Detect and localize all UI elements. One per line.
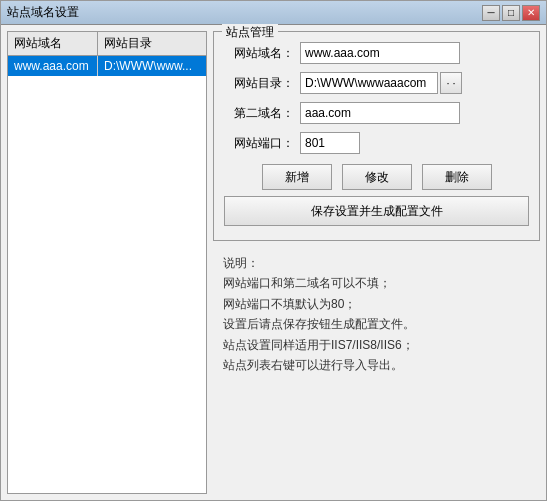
list-cell-dir: D:\WWW\www... (98, 56, 206, 76)
main-content: 网站域名 网站目录 www.aaa.com D:\WWW\www... 站点管理… (1, 25, 546, 500)
desc-line-1: 网站端口和第二域名可以不填； (223, 273, 530, 293)
minimize-button[interactable]: ─ (482, 5, 500, 21)
title-bar: 站点域名设置 ─ □ ✕ (1, 1, 546, 25)
main-window: 站点域名设置 ─ □ ✕ 网站域名 网站目录 www.aaa.com D:\WW… (0, 0, 547, 501)
description-title: 说明： (223, 253, 530, 273)
window-title: 站点域名设置 (7, 4, 79, 21)
second-domain-input[interactable] (300, 102, 460, 124)
list-item[interactable]: www.aaa.com D:\WWW\www... (8, 56, 206, 76)
dir-input[interactable] (300, 72, 438, 94)
second-domain-row: 第二域名： (224, 102, 529, 124)
second-domain-label: 第二域名： (224, 105, 294, 122)
edit-button[interactable]: 修改 (342, 164, 412, 190)
add-button[interactable]: 新增 (262, 164, 332, 190)
dir-browse-button[interactable]: · · (440, 72, 462, 94)
dir-input-group: · · (300, 72, 462, 94)
col-dir-header: 网站目录 (98, 32, 206, 55)
domain-input[interactable] (300, 42, 460, 64)
desc-line-4: 站点设置同样适用于IIS7/IIS8/IIS6； (223, 335, 530, 355)
list-header: 网站域名 网站目录 (8, 32, 206, 56)
maximize-button[interactable]: □ (502, 5, 520, 21)
desc-line-5: 站点列表右键可以进行导入导出。 (223, 355, 530, 375)
port-input[interactable] (300, 132, 360, 154)
col-domain-header: 网站域名 (8, 32, 98, 55)
delete-button[interactable]: 删除 (422, 164, 492, 190)
site-management-group: 站点管理 网站域名： 网站目录： · · 第二域名： (213, 31, 540, 241)
group-title: 站点管理 (222, 24, 278, 41)
desc-line-3: 设置后请点保存按钮生成配置文件。 (223, 314, 530, 334)
save-button[interactable]: 保存设置并生成配置文件 (224, 196, 529, 226)
list-body[interactable]: www.aaa.com D:\WWW\www... (8, 56, 206, 493)
description-area: 说明： 网站端口和第二域名可以不填； 网站端口不填默认为80； 设置后请点保存按… (213, 247, 540, 494)
port-row: 网站端口： (224, 132, 529, 154)
domain-list-panel: 网站域名 网站目录 www.aaa.com D:\WWW\www... (7, 31, 207, 494)
dir-row: 网站目录： · · (224, 72, 529, 94)
right-panel: 站点管理 网站域名： 网站目录： · · 第二域名： (213, 31, 540, 494)
port-label: 网站端口： (224, 135, 294, 152)
desc-line-2: 网站端口不填默认为80； (223, 294, 530, 314)
domain-label: 网站域名： (224, 45, 294, 62)
title-buttons: ─ □ ✕ (482, 5, 540, 21)
close-button[interactable]: ✕ (522, 5, 540, 21)
domain-row: 网站域名： (224, 42, 529, 64)
action-buttons: 新增 修改 删除 (224, 164, 529, 190)
list-cell-domain: www.aaa.com (8, 56, 98, 76)
dir-label: 网站目录： (224, 75, 294, 92)
